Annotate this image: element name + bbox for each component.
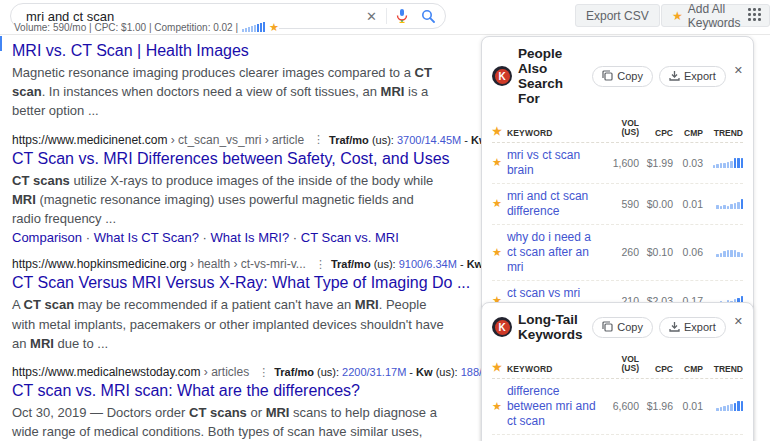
trend-sparkline-icon[interactable] [716, 199, 743, 209]
cpc-value: $1.99 [639, 157, 673, 169]
us-label: (us): [372, 134, 397, 146]
sitelink[interactable]: What Is MRI? [210, 230, 289, 245]
desc-text: Oct 30, 2019 — Doctors order [12, 405, 189, 420]
cmp-value: 0.06 [673, 246, 703, 258]
vol-column-header: VOL(US) [607, 355, 639, 374]
cpc-value: $0.10 [639, 246, 673, 258]
vol-line2: (US) [607, 364, 639, 373]
header-star-icon[interactable]: ★ [492, 361, 502, 374]
traf-label: Traf/mo [331, 258, 374, 270]
export-button[interactable]: Export [659, 66, 726, 87]
result-url[interactable]: https://www.medicinenet.com › ct_scan_vs… [12, 133, 304, 147]
keyword-row: ★why do i need a ct scan after an mri260… [492, 225, 743, 281]
long-tail-keywords-panel: KLong-Tail KeywordsCopyExport✕★KEYWORDVO… [481, 302, 754, 441]
row-star-icon[interactable]: ★ [492, 246, 502, 259]
result-header: https://www.medicalnewstoday.com › artic… [12, 365, 474, 379]
sitelink-separator: · [199, 230, 211, 245]
row-star-icon[interactable]: ★ [492, 156, 502, 169]
desc-bold: MRI [355, 297, 379, 312]
dash: - [457, 258, 467, 270]
result-url[interactable]: https://www.hopkinsmedicine.org › health… [12, 257, 306, 271]
keyword-link[interactable]: mri vs ct scan brain [507, 148, 607, 178]
result-title[interactable]: MRI vs. CT Scan | Health Images [12, 41, 249, 61]
keyword-stats-bar: Volume: 590/mo | CPC: $1.00 | Competitio… [14, 21, 279, 34]
traffic-value: 2200/31.17M [342, 366, 406, 378]
keywords-everywhere-logo-icon: K [492, 66, 512, 86]
us-label: (us): [436, 366, 461, 378]
sitelink[interactable]: Comparison [12, 230, 82, 245]
result-title[interactable]: CT Scan Versus MRI Versus X-Ray: What Ty… [12, 273, 470, 293]
desc-text: Magnetic resonance imaging produces clea… [12, 65, 415, 80]
export-button[interactable]: Export [659, 317, 726, 338]
header-star-icon[interactable]: ★ [492, 125, 502, 138]
desc-bold: MRI [381, 84, 405, 99]
keyword-link[interactable]: why do i need a ct scan after an mri [507, 230, 607, 275]
trend-cell [703, 401, 743, 411]
panel-title: People Also Search For [518, 46, 586, 106]
close-icon[interactable]: ✕ [734, 315, 743, 328]
cpc-column-header: CPC [639, 128, 673, 138]
export-label: Export [684, 321, 716, 333]
favorite-star-icon[interactable]: ★ [269, 21, 279, 34]
us-label: (us): [317, 366, 342, 378]
close-icon[interactable]: ✕ [734, 64, 743, 77]
volume-value: 260 [607, 246, 639, 258]
trend-sparkline-icon[interactable] [716, 247, 743, 257]
volume-value: 1,600 [607, 157, 639, 169]
search-icon[interactable] [417, 9, 435, 23]
sitelink-separator: · [289, 230, 301, 245]
copy-button[interactable]: Copy [592, 66, 653, 87]
result-breadcrumb: › articles [201, 365, 250, 379]
desc-bold: MRI [30, 336, 54, 351]
trend-sparkline-icon[interactable] [713, 158, 744, 168]
row-star-icon[interactable]: ★ [492, 197, 502, 210]
result-description: CT scans utilize X-rays to produce image… [12, 171, 444, 229]
traffic-value: 3700/14.45M [397, 134, 461, 146]
export-icon [669, 70, 680, 83]
dash: - [406, 366, 416, 378]
trend-sparkline-icon[interactable] [242, 23, 265, 32]
mic-icon[interactable] [387, 9, 417, 23]
copy-label: Copy [617, 70, 643, 82]
cpc-value: $0.00 [639, 198, 673, 210]
more-vert-icon[interactable]: ⋮ [249, 366, 274, 379]
more-vert-icon[interactable]: ⋮ [306, 258, 331, 271]
search-result: https://www.hopkinsmedicine.org › health… [12, 257, 474, 353]
keyword-stats-text: Volume: 590/mo | CPC: $1.00 | Competitio… [14, 22, 238, 33]
export-csv-button[interactable]: Export CSV [575, 4, 660, 27]
more-vert-icon[interactable]: ⋮ [304, 133, 329, 146]
copy-icon [602, 321, 613, 334]
header-divider [0, 34, 770, 35]
apps-grid-icon[interactable] [748, 8, 761, 21]
keywords-everywhere-logo-icon: K [492, 317, 512, 337]
vol-line2: (US) [607, 128, 639, 137]
sitelink[interactable]: What Is CT Scan? [94, 230, 199, 245]
sitelink[interactable]: CT Scan vs. MRI [301, 230, 399, 245]
page: ✕ Export CSV ★ Add All Ke [0, 0, 770, 441]
us-label: (us): [374, 258, 399, 270]
result-breadcrumb: › ct_scan_vs_mri › article [167, 133, 304, 147]
result-header: https://www.medicinenet.com › ct_scan_vs… [12, 133, 474, 147]
trend-cell [703, 199, 743, 209]
copy-label: Copy [617, 321, 643, 333]
trend-column-header: TREND [703, 128, 743, 138]
row-star-icon[interactable]: ★ [492, 400, 502, 413]
search-result: MRI vs. CT Scan | Health ImagesMagnetic … [12, 40, 474, 121]
result-title[interactable]: CT Scan vs. MRI Differences between Safe… [12, 149, 450, 169]
keyword-link[interactable]: mri and ct scan difference [507, 189, 607, 219]
trend-sparkline-icon[interactable] [716, 401, 743, 411]
keywords-everywhere-metrics: Traf/mo (us): 2200/31.17M - Kw (us): 188… [274, 366, 512, 378]
keyword-link[interactable]: difference between mri and ct scan [507, 384, 607, 429]
result-title[interactable]: CT scan vs. MRI scan: What are the diffe… [12, 381, 360, 401]
desc-bold: CT scan [24, 297, 75, 312]
result-description: Magnetic resonance imaging produces clea… [12, 63, 444, 121]
keyword-row: ★mri and ct scan near me50$6.660.13 [492, 435, 743, 441]
trend-cell [703, 158, 743, 168]
keyword-row: ★mri vs ct scan brain1,600$1.990.03 [492, 143, 743, 184]
copy-button[interactable]: Copy [592, 317, 653, 338]
volume-value: 6,600 [607, 400, 639, 412]
clear-search-icon[interactable]: ✕ [357, 9, 386, 24]
result-url[interactable]: https://www.medicalnewstoday.com › artic… [12, 365, 249, 379]
desc-text: or [247, 405, 266, 420]
cmp-column-header: CMP [673, 128, 703, 138]
